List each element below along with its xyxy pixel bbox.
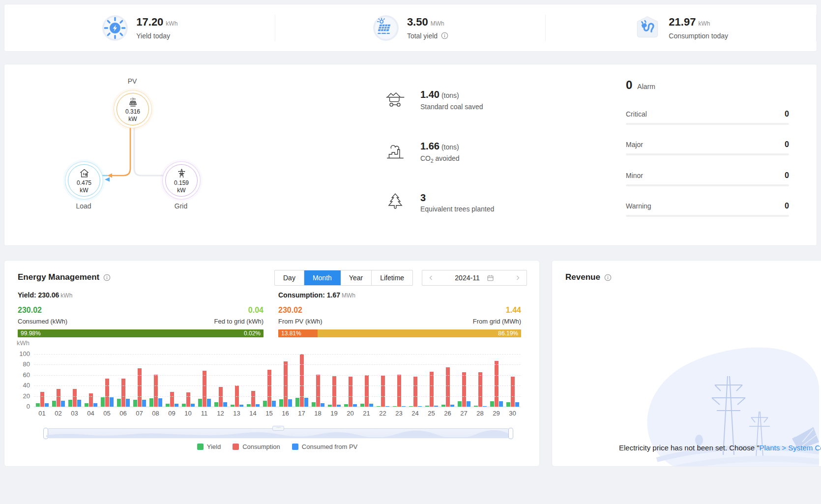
plants-system-config-link[interactable]: Plants > System Co — [759, 444, 821, 452]
prev-period-icon[interactable] — [428, 274, 435, 281]
bar-group-08 — [147, 354, 164, 407]
x-tick-label: 25 — [423, 410, 440, 417]
bar-group-18 — [310, 354, 326, 407]
legend-item-consumed-from-pv[interactable]: Consumed from PV — [292, 443, 357, 450]
bar-group-16 — [277, 354, 293, 407]
x-tick-label: 02 — [50, 410, 66, 417]
bar — [284, 361, 288, 407]
date-picker[interactable]: 2024-11 — [422, 270, 527, 286]
x-tick-label: 29 — [488, 410, 504, 417]
bar — [52, 401, 56, 407]
tab-day[interactable]: Day — [275, 270, 304, 285]
bar — [369, 404, 373, 407]
info-icon[interactable] — [604, 274, 612, 281]
bar — [381, 376, 385, 407]
bar-group-10 — [180, 354, 196, 407]
bar — [365, 375, 369, 407]
legend-item-consumption[interactable]: Consumption — [233, 443, 280, 450]
flow-value-grid: 0.159 — [174, 179, 189, 186]
info-icon[interactable] — [441, 32, 448, 39]
x-tick-label: 24 — [407, 410, 423, 417]
flow-value-load: 0.475 — [77, 179, 91, 186]
y-tick-label: 100 — [19, 351, 30, 357]
gridline — [34, 375, 521, 376]
legend-label: Consumption — [242, 443, 280, 450]
x-tick-label: 23 — [391, 410, 407, 417]
bar — [304, 398, 308, 407]
x-tick-label: 20 — [342, 410, 358, 417]
bar — [85, 403, 88, 407]
bar — [117, 399, 121, 407]
bar — [312, 402, 316, 407]
legend-swatch — [292, 444, 298, 450]
flow-node-grid: 0.159 kW — [162, 161, 201, 200]
zoom-slider-handle[interactable]: ⋯ — [272, 426, 284, 431]
bar — [247, 404, 251, 407]
bar — [166, 404, 170, 407]
alarm-bar — [626, 184, 789, 186]
bar — [133, 400, 137, 407]
tab-lifetime[interactable]: Lifetime — [372, 270, 412, 285]
x-tick-label: 22 — [375, 410, 391, 417]
chart-zoom-slider[interactable]: ⋯ — [45, 428, 512, 438]
bar — [425, 406, 429, 407]
bar — [450, 405, 454, 407]
x-tick-label: 04 — [83, 410, 99, 417]
yield-ratio-bar: 99.98% 0.02% — [18, 329, 264, 337]
bar — [344, 404, 348, 407]
bar — [353, 404, 357, 407]
pine-tree-icon — [384, 192, 407, 213]
fed-to-grid-label: Fed to grid (kWh) — [214, 318, 264, 325]
bar-group-21 — [358, 354, 375, 407]
bar — [101, 397, 105, 407]
bar — [441, 405, 445, 407]
bar — [279, 399, 283, 407]
bar — [61, 401, 65, 407]
info-icon[interactable] — [103, 274, 111, 281]
bar — [288, 399, 292, 407]
flow-lines — [4, 64, 260, 227]
x-tick-label: 08 — [147, 410, 164, 417]
bar — [385, 406, 389, 407]
tab-month[interactable]: Month — [304, 270, 341, 286]
alarm-row-warning: Warning 0 — [626, 202, 789, 217]
bar — [110, 397, 114, 407]
bar — [332, 376, 336, 407]
gridline — [34, 396, 521, 397]
gridline — [34, 385, 521, 386]
bar — [40, 392, 44, 407]
x-axis: 0102030405060708091011121314151617181920… — [34, 410, 521, 417]
x-tick-label: 01 — [34, 410, 50, 417]
flow-label-load: Load — [65, 202, 102, 210]
kpi-label: Consumption today — [669, 32, 728, 40]
bar — [328, 405, 332, 407]
alarm-row-major: Major 0 — [626, 140, 789, 155]
kpi-label: Yield today — [136, 32, 177, 40]
flow-label-grid: Grid — [162, 202, 200, 210]
tab-year[interactable]: Year — [341, 270, 372, 285]
kpi-value: 3.50MWh — [407, 16, 448, 30]
env-trees-planted: 3 Equivalent trees planted — [384, 192, 494, 213]
bar-group-02 — [50, 354, 66, 407]
bar — [272, 401, 276, 407]
x-tick-label: 17 — [293, 410, 310, 417]
calendar-icon[interactable] — [487, 274, 494, 282]
bar — [256, 404, 260, 407]
date-value[interactable]: 2024-11 — [455, 274, 479, 282]
from-pv-value: 230.02 — [278, 306, 302, 314]
bar — [89, 393, 93, 407]
alarm-header: 0 Alarm — [626, 78, 789, 92]
bar — [175, 404, 178, 407]
kpi-total-yield: 3.50MWh Total yield — [275, 4, 546, 51]
from-pv-label: From PV (kWh) — [278, 318, 323, 325]
y-tick-label: 0 — [27, 403, 30, 410]
next-period-icon[interactable] — [514, 274, 521, 281]
bar — [93, 403, 97, 407]
legend-item-yield[interactable]: Yield — [197, 443, 221, 450]
factory-icon — [384, 142, 407, 162]
bar-group-14 — [245, 354, 261, 407]
kpi-bar: 17.20kWh Yield today — [4, 4, 817, 52]
x-tick-label: 13 — [229, 410, 245, 417]
bar — [418, 406, 422, 407]
bar — [105, 379, 109, 407]
